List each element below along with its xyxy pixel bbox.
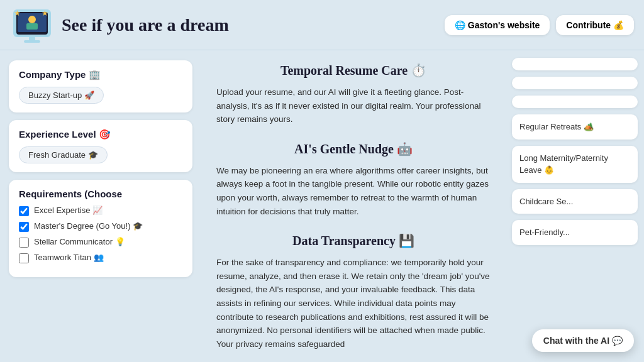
chat-bubble[interactable]: Chat with the AI 💬 (532, 329, 634, 352)
right-card (512, 96, 638, 108)
logo: ★ ★ (10, 4, 54, 45)
requirement-label: Excel Expertise 📈 (34, 206, 103, 215)
svg-rect-4 (26, 23, 38, 30)
page-title: See if you are a dream (62, 15, 229, 35)
right-card: Long Maternity/Paternity Leave 👶 (512, 146, 638, 183)
svg-point-3 (28, 16, 36, 23)
experience-level-value[interactable]: Fresh Graduate 🎓 (19, 146, 108, 163)
company-type-label: Company Type 🏢 (19, 69, 182, 80)
experience-level-label: Experience Level 🎯 (19, 129, 182, 140)
header-actions: 🌐 Gaston's website Contribute 💰 (445, 15, 634, 35)
website-button[interactable]: 🌐 Gaston's website (445, 15, 550, 35)
section-title: Temporal Resume Care ⏱️ (216, 63, 491, 78)
right-card-text: Pet-Friendly... (519, 226, 630, 239)
svg-rect-8 (24, 40, 40, 43)
requirement-item: Master's Degree (Go You!) 🎓 (19, 221, 182, 232)
section-title: AI's Gentle Nudge 🤖 (216, 141, 491, 156)
main-content: Company Type 🏢 Buzzy Start-up 🚀 Experien… (0, 50, 644, 362)
section-text: Upload your resume, and our AI will give… (216, 85, 491, 126)
right-panel: Regular Retreats 🏕️Long Maternity/Patern… (506, 50, 644, 362)
contribute-button[interactable]: Contribute 💰 (556, 15, 634, 35)
header: ★ ★ See if you are a dream 🌐 Gaston's we… (0, 0, 644, 50)
requirement-item: Stellar Communicator 💡 (19, 237, 182, 248)
svg-rect-7 (29, 37, 35, 40)
requirements-label: Requirements (Choose (19, 189, 182, 199)
requirement-item: Excel Expertise 📈 (19, 206, 182, 216)
right-card: Regular Retreats 🏕️ (512, 114, 638, 140)
requirement-checkbox[interactable] (19, 238, 29, 248)
right-card: Childcare Se... (512, 189, 638, 214)
left-panel: Company Type 🏢 Buzzy Start-up 🚀 Experien… (0, 50, 201, 362)
requirement-label: Stellar Communicator 💡 (34, 237, 125, 246)
requirement-checkbox[interactable] (19, 222, 29, 232)
svg-text:★: ★ (42, 9, 48, 18)
right-card: Pet-Friendly... (512, 220, 638, 245)
requirement-label: Teamwork Titan 👥 (34, 253, 104, 262)
chat-bubble-label: Chat with the AI 💬 (543, 336, 623, 346)
center-panel: Temporal Resume Care ⏱️Upload your resum… (201, 50, 506, 362)
info-section: Data Transparency 💾For the sake of trans… (216, 233, 491, 351)
section-text: For the sake of transparency and complia… (216, 256, 491, 351)
info-section: AI's Gentle Nudge 🤖We may be pioneering … (216, 141, 491, 218)
requirement-label: Master's Degree (Go You!) 🎓 (34, 221, 143, 231)
right-card (512, 77, 638, 89)
requirements-section: Requirements (Choose Excel Expertise 📈Ma… (9, 180, 192, 277)
requirement-item: Teamwork Titan 👥 (19, 253, 182, 263)
section-text: We may be pioneering an era where algori… (216, 164, 491, 218)
right-card-text: Childcare Se... (519, 195, 630, 208)
section-title: Data Transparency 💾 (216, 233, 491, 248)
right-card (512, 58, 638, 70)
right-card-text: Long Maternity/Paternity Leave 👶 (519, 152, 630, 177)
company-type-section: Company Type 🏢 Buzzy Start-up 🚀 (9, 60, 192, 112)
requirement-checkbox[interactable] (19, 253, 29, 263)
info-section: Temporal Resume Care ⏱️Upload your resum… (216, 63, 491, 126)
company-type-value[interactable]: Buzzy Start-up 🚀 (19, 87, 104, 104)
requirement-checkbox[interactable] (19, 206, 29, 216)
svg-text:★: ★ (14, 9, 21, 18)
experience-level-section: Experience Level 🎯 Fresh Graduate 🎓 (9, 120, 192, 172)
right-card-text: Regular Retreats 🏕️ (519, 121, 630, 133)
